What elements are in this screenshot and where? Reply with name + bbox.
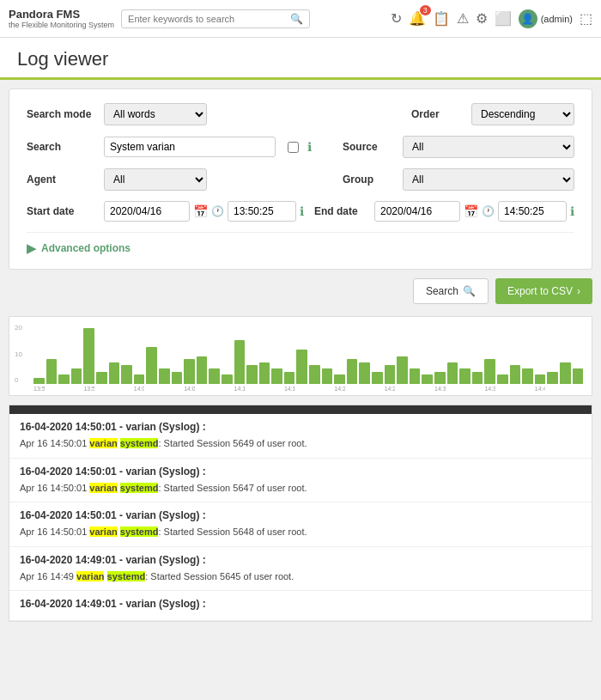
brand-subtitle: the Flexible Monitoring System (9, 21, 114, 29)
log-highlight-service: systemd (120, 438, 159, 448)
log-highlight-agent: varian (89, 483, 117, 493)
settings-icon[interactable]: ⚙ (476, 10, 488, 27)
search-button[interactable]: Search 🔍 (413, 278, 489, 304)
log-highlight-agent: varian (76, 571, 104, 581)
chart-label (271, 386, 282, 392)
log-entry-content: Apr 16 14:50:01 varian systemd: Started … (20, 481, 581, 496)
search-info-icon[interactable]: ℹ (307, 140, 312, 154)
chart-label (259, 386, 270, 392)
chart-label (209, 386, 220, 392)
start-date-group: 📅 🕐 ℹ (104, 201, 304, 222)
chart-label (447, 386, 458, 392)
chart-bar (497, 374, 508, 384)
advanced-options-toggle[interactable]: ▶ Advanced options (27, 241, 574, 255)
chart-label (510, 386, 521, 392)
agent-label: Agent (27, 173, 95, 186)
log-highlight-agent: varian (89, 527, 117, 537)
chart-bar (434, 372, 446, 384)
start-date-info-icon[interactable]: 🕐 (211, 205, 224, 217)
modules-icon[interactable]: ⬜ (495, 10, 512, 27)
chart-bar (484, 359, 495, 384)
chart-label (347, 386, 358, 392)
form-row-2: Search ℹ Source All Syslog (27, 136, 574, 158)
end-time-input[interactable] (498, 201, 567, 222)
log-highlight-agent: varian (89, 438, 117, 448)
chart-label (359, 386, 370, 392)
log-entry-title: 16-04-2020 14:50:01 - varian (Syslog) : (20, 421, 581, 433)
global-search-bar[interactable]: 🔍 (121, 9, 310, 28)
agents-icon[interactable]: 📋 (433, 10, 450, 27)
log-entry: 16-04-2020 14:50:01 - varian (Syslog) :A… (9, 459, 592, 503)
search-button-icon: 🔍 (463, 285, 476, 297)
logout-icon[interactable]: ⬚ (580, 10, 592, 27)
chart-label (372, 386, 383, 392)
chart-label (121, 386, 132, 392)
chart-label: 13:54:25 (83, 386, 94, 392)
log-prefix: Apr 16 14:49 (20, 571, 76, 581)
chart-bar (284, 372, 295, 384)
chart-bar (146, 347, 157, 384)
log-entry-content: Apr 16 14:49 varian systemd: Started Ses… (20, 569, 581, 584)
global-search-input[interactable] (128, 14, 290, 24)
chart-y-axis: 20 10 0 (15, 324, 22, 384)
chart-label: 14:42:25 (535, 386, 546, 392)
notifications-icon[interactable]: 🔔 3 (409, 10, 426, 27)
agent-select[interactable]: All (104, 168, 207, 191)
log-highlight-service: systemd (120, 527, 159, 537)
log-entry-content: Apr 16 14:50:01 varian systemd: Started … (20, 436, 581, 451)
chart-bar (397, 356, 408, 385)
chart-label: 14:00:25 (134, 386, 145, 392)
end-date-section: End date 📅 🕐 ℹ (314, 201, 574, 222)
brand-name: Pandora FMS (9, 8, 114, 21)
search-mode-select[interactable]: All words Any word Exact phrase (104, 103, 207, 125)
start-time-input[interactable] (228, 201, 296, 222)
chart-bar (109, 362, 120, 384)
search-form-panel: Search mode All words Any word Exact phr… (9, 88, 592, 270)
group-select[interactable]: All (403, 168, 574, 191)
end-date-info-icon[interactable]: 🕐 (482, 205, 495, 217)
chart-bar (209, 368, 220, 384)
nav-icons: ↻ 🔔 3 📋 ⚠ ⚙ ⬜ 👤 (admin) ⬚ (391, 9, 592, 28)
chart-bar (535, 374, 546, 384)
chart-bar (510, 365, 521, 384)
order-select[interactable]: Descending Ascending (471, 103, 574, 125)
search-checkbox[interactable] (288, 142, 299, 153)
source-label: Source (343, 141, 394, 153)
log-entry-title: 16-04-2020 14:50:01 - varian (Syslog) : (20, 466, 581, 478)
log-entries-container: 16-04-2020 14:50:01 - varian (Syslog) :A… (9, 414, 592, 621)
end-date-calendar-icon[interactable]: 📅 (464, 204, 478, 218)
log-highlight-service: systemd (120, 483, 159, 493)
source-section: Source All Syslog (343, 136, 574, 158)
source-select[interactable]: All Syslog (403, 136, 574, 158)
export-csv-button[interactable]: Export to CSV › (495, 278, 592, 304)
main-content: Search mode All words Any word Exact phr… (0, 80, 601, 630)
chart-bar (234, 340, 246, 384)
chart-area: 20 10 0 13:50:2513:54:2514:00:2514:04:25… (9, 316, 592, 396)
chart-label (58, 386, 70, 392)
brand-logo: Pandora FMS the Flexible Monitoring Syst… (9, 8, 114, 29)
chart-label (96, 386, 107, 392)
chart-label (547, 386, 558, 392)
chart-label (109, 386, 120, 392)
chart-bar (159, 368, 170, 384)
start-time-info-icon[interactable]: ℹ (300, 204, 304, 218)
alerts-icon[interactable]: ⚠ (457, 10, 469, 27)
search-icon[interactable]: 🔍 (290, 13, 303, 25)
end-time-info-icon[interactable]: ℹ (570, 204, 574, 218)
end-date-input[interactable] (374, 201, 460, 222)
chart-bar (309, 365, 320, 384)
start-date-input[interactable] (104, 201, 190, 222)
chart-label: 14:26:25 (385, 386, 396, 392)
refresh-icon[interactable]: ↻ (391, 10, 402, 27)
chart-bar (271, 368, 282, 384)
start-date-calendar-icon[interactable]: 📅 (193, 204, 208, 218)
log-entry: 16-04-2020 14:50:01 - varian (Syslog) :A… (9, 502, 592, 547)
chart-bar (33, 378, 45, 384)
search-input[interactable] (104, 137, 276, 157)
user-avatar: 👤 (519, 9, 537, 28)
chart-label (222, 386, 233, 392)
chart-bar (172, 372, 183, 384)
export-button-label: Export to CSV (507, 285, 573, 297)
user-menu[interactable]: 👤 (admin) (519, 9, 573, 28)
chart-bar (134, 374, 145, 384)
